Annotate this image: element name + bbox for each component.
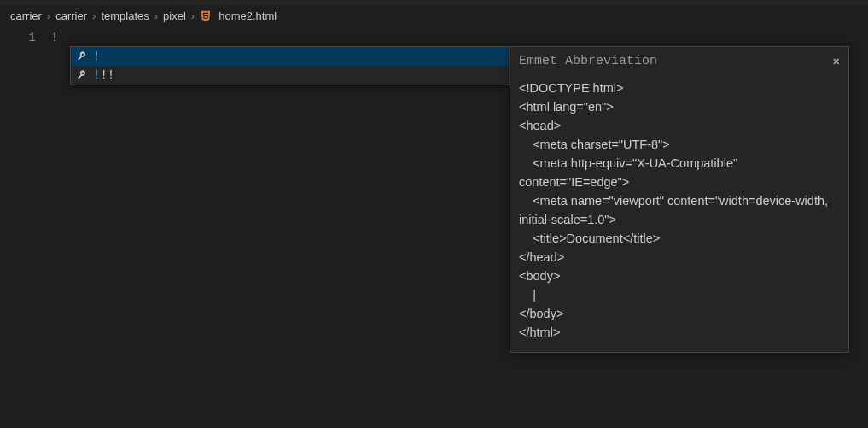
suggest-item[interactable]: ! — [71, 47, 509, 66]
breadcrumb: carrier › carrier › templates › pixel › … — [0, 5, 868, 26]
breadcrumb-item[interactable]: pixel — [163, 9, 186, 22]
chevron-right-icon: › — [191, 9, 195, 22]
close-icon[interactable]: ✕ — [833, 54, 840, 68]
wrench-icon — [74, 69, 90, 81]
preview-body: <!DOCTYPE html> <html lang="en"> <head> … — [510, 79, 848, 342]
preview-title: Emmet Abbreviation — [519, 54, 657, 68]
suggest-label: ! — [93, 50, 100, 63]
line-gutter: 1 — [0, 26, 51, 46]
code-content[interactable]: ! — [51, 26, 868, 46]
breadcrumb-item[interactable]: carrier — [10, 9, 42, 22]
suggest-label: !!! — [93, 68, 114, 82]
suggest-item[interactable]: !!! — [71, 66, 509, 85]
breadcrumb-filename[interactable]: home2.html — [218, 9, 277, 22]
chevron-right-icon: › — [154, 9, 158, 22]
chevron-right-icon: › — [92, 9, 96, 22]
html-file-icon — [200, 9, 212, 21]
code-line: ! — [51, 29, 868, 46]
suggest-preview: Emmet Abbreviation ✕ <!DOCTYPE html> <ht… — [510, 46, 849, 353]
line-number: 1 — [0, 29, 36, 46]
breadcrumb-item[interactable]: carrier — [55, 9, 87, 22]
breadcrumb-item[interactable]: templates — [101, 9, 149, 22]
chevron-right-icon: › — [47, 9, 50, 22]
wrench-icon — [74, 50, 90, 62]
suggest-widget[interactable]: ! !!! — [70, 46, 510, 85]
editor-area[interactable]: 1 ! — [0, 26, 868, 46]
